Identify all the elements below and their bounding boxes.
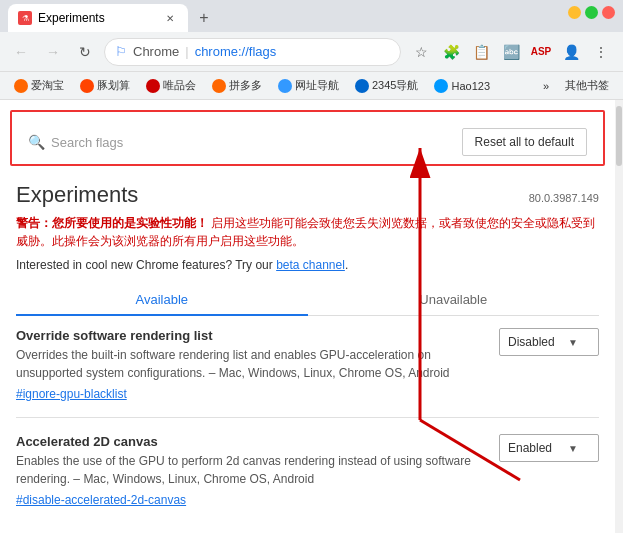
bookmark-icon [14,79,28,93]
divider-1 [16,417,599,418]
bookmark-icon [355,79,369,93]
bookmark-2345[interactable]: 2345导航 [349,76,424,95]
bookmark-hao123[interactable]: Hao123 [428,77,496,95]
feature-select-2[interactable]: Enabled ▼ [499,434,599,462]
search-bar-wrapper: 🔍 Search flags Reset all to default [10,110,605,166]
active-tab[interactable]: ⚗ Experiments ✕ [8,4,188,32]
feature-title-2: Accelerated 2D canvas [16,434,487,449]
bookmark-pinduoduo[interactable]: 拼多多 [206,76,268,95]
bookmark-huasuan[interactable]: 豚划算 [74,76,136,95]
minimize-button[interactable] [568,6,581,19]
back-button[interactable]: ← [8,39,34,65]
titlebar: ⚗ Experiments ✕ + [0,0,623,32]
profile-icon[interactable]: 👤 [557,38,585,66]
bookmark-icon [146,79,160,93]
beta-channel-link[interactable]: beta channel [276,258,345,272]
select-value-2: Enabled [508,441,552,455]
search-flags-input[interactable]: 🔍 Search flags [28,134,462,150]
bookmark-icon [80,79,94,93]
maximize-button[interactable] [585,6,598,19]
feature-left-1: Override software rendering list Overrid… [16,328,499,401]
bookmark-icon [434,79,448,93]
tab-favicon: ⚗ [18,11,32,25]
url-brand: Chrome [133,44,179,59]
feature-desc-1: Overrides the built-in software renderin… [16,346,476,382]
menu-icon[interactable]: ⋮ [587,38,615,66]
warning-message: 警告：您所要使用的是实验性功能！ 启用这些功能可能会致使您丢失浏览数据，或者致使… [16,214,599,250]
url-bar[interactable]: ⚐ Chrome | chrome://flags [104,38,401,66]
tab-close-button[interactable]: ✕ [162,10,178,26]
refresh-button[interactable]: ↻ [72,39,98,65]
feature-item-1: Override software rendering list Overrid… [16,328,599,401]
feature-row-1: Override software rendering list Overrid… [16,328,599,401]
new-tab-button[interactable]: + [192,6,216,30]
toolbar-icons: ☆ 🧩 📋 🔤 ASP 👤 ⋮ [407,38,615,66]
addressbar: ← → ↻ ⚐ Chrome | chrome://flags ☆ 🧩 📋 🔤 … [0,32,623,72]
content-area: 🔍 Search flags Reset all to default Expe… [0,100,623,533]
feature-item-2: Accelerated 2D canvas Enables the use of… [16,434,599,507]
feature-link-1[interactable]: #ignore-gpu-blacklist [16,387,127,401]
select-value-1: Disabled [508,335,555,349]
close-button[interactable] [602,6,615,19]
secure-icon: ⚐ [115,44,127,59]
url-path: chrome://flags [195,44,277,59]
bookmark-vipshop[interactable]: 唯品会 [140,76,202,95]
extension-icon-3[interactable]: 🔤 [497,38,525,66]
main-content: 🔍 Search flags Reset all to default Expe… [0,100,615,533]
forward-button[interactable]: → [40,39,66,65]
search-icon: 🔍 [28,134,45,150]
version-badge: 80.0.3987.149 [529,192,599,204]
warning-bold: 警告：您所要使用的是实验性功能！ [16,216,208,230]
feature-link-2[interactable]: #disable-accelerated-2d-canvas [16,493,186,507]
extension-icon-asp[interactable]: ASP [527,38,555,66]
star-icon[interactable]: ☆ [407,38,435,66]
window-controls [568,6,615,19]
bookmark-webguide[interactable]: 网址导航 [272,76,345,95]
bookmarks-more-button[interactable]: » [539,78,553,94]
bookmarks-bar: 爱淘宝 豚划算 唯品会 拼多多 网址导航 2345导航 Hao123 » 其他书… [0,72,623,100]
feature-title-1: Override software rendering list [16,328,487,343]
url-separator: | [185,44,188,59]
select-arrow-1: ▼ [568,337,578,348]
info-text: Interested in cool new Chrome features? … [16,258,599,272]
bookmark-other[interactable]: 其他书签 [559,76,615,95]
page-title: Experiments [16,182,138,208]
info-prefix: Interested in cool new Chrome features? … [16,258,276,272]
search-flags-field[interactable]: Search flags [51,135,123,150]
info-suffix: . [345,258,348,272]
tab-title: Experiments [38,11,105,25]
tabs-row: Available Unavailable [16,284,599,316]
extension-icon-2[interactable]: 📋 [467,38,495,66]
tab-available[interactable]: Available [16,284,308,315]
experiments-header: Experiments 80.0.3987.149 [16,182,599,208]
experiments-body: Experiments 80.0.3987.149 警告：您所要使用的是实验性功… [0,174,615,533]
bookmark-icon [212,79,226,93]
scrollbar-thumb[interactable] [616,106,622,166]
feature-left-2: Accelerated 2D canvas Enables the use of… [16,434,499,507]
select-arrow-2: ▼ [568,443,578,454]
scrollbar[interactable] [615,100,623,533]
extension-icon-1[interactable]: 🧩 [437,38,465,66]
feature-row-2: Accelerated 2D canvas Enables the use of… [16,434,599,507]
feature-select-1[interactable]: Disabled ▼ [499,328,599,356]
feature-desc-2: Enables the use of the GPU to perform 2d… [16,452,476,488]
reset-all-button[interactable]: Reset all to default [462,128,587,156]
bookmark-taobao[interactable]: 爱淘宝 [8,76,70,95]
bookmark-icon [278,79,292,93]
tab-unavailable[interactable]: Unavailable [308,284,600,315]
